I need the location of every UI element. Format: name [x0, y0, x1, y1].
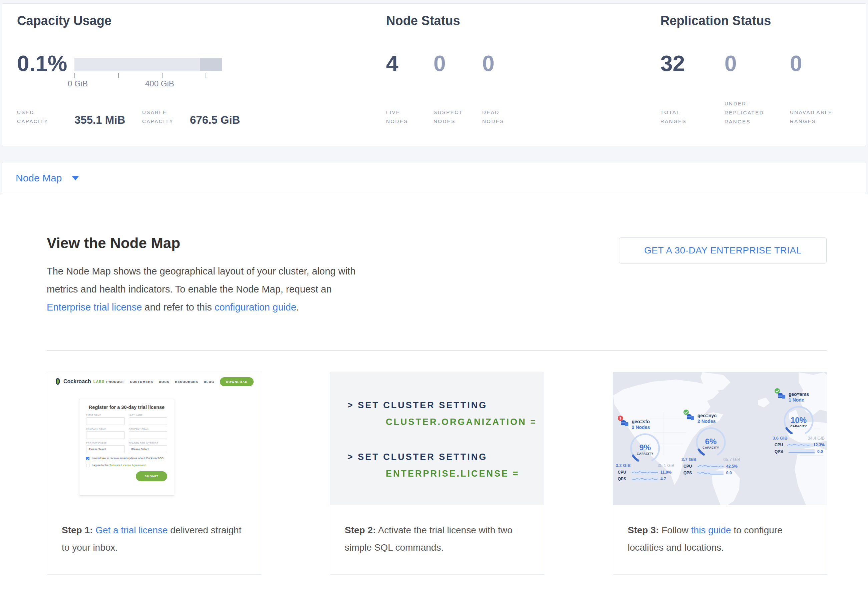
- form-field: COMPANY NAME: [86, 428, 125, 439]
- license-agreement-checkbox[interactable]: [86, 464, 89, 467]
- capacity-percent: 10%: [791, 416, 807, 425]
- step3-label: Step 3:: [628, 525, 659, 535]
- capacity-bar-reserved-segment: [200, 58, 222, 71]
- cluster-title: geo=ams 1 Node: [788, 391, 809, 403]
- capacity-word: CAPACITY: [790, 425, 807, 428]
- qps-sparkline: [788, 449, 815, 454]
- map-cluster-ams: geo=ams 1 Node 10% CAPACITY: [772, 391, 825, 454]
- dead-nodes-value: 0: [482, 52, 495, 74]
- select-value: Please Select: [89, 447, 106, 451]
- terminal-gap: [347, 430, 544, 449]
- capacity-percent: 9%: [639, 443, 651, 452]
- form-field: FIRST NAME: [86, 414, 125, 425]
- form-field: PROJECT PHASE Please Select: [86, 442, 125, 453]
- cluster-header: geo=nyc 2 Nodes: [686, 413, 740, 424]
- sql-setting-line: CLUSTER.ORGANIZATION =: [347, 413, 544, 430]
- capacity-word: CAPACITY: [703, 446, 719, 449]
- cluster-header: 1 geo=sfo 2 Nodes: [620, 419, 675, 430]
- error-count-badge: 1: [618, 416, 623, 421]
- sql-terminal-panel: > SET CLUSTER SETTING CLUSTER.ORGANIZATI…: [330, 372, 544, 505]
- used-capacity-value: 355.1 MiB: [74, 114, 125, 127]
- site-nav-blog[interactable]: BLOG: [204, 380, 214, 384]
- dead-nodes-label: DEAD NODES: [482, 108, 514, 126]
- total-ranges-value: 32: [660, 52, 685, 74]
- cluster-header: geo=ams 1 Node: [777, 391, 825, 403]
- cluster-node-count: 2 Nodes: [632, 425, 650, 430]
- step1-card: Cockroach LABS PRODUCT CUSTOMERS DOCS RE…: [47, 372, 261, 575]
- cluster-node-count: 1 Node: [788, 397, 809, 403]
- unavailable-label: UNAVAILABLE RANGES: [790, 108, 850, 126]
- qps-value: 4.7: [660, 477, 666, 481]
- cpu-value: 11.0%: [660, 470, 672, 475]
- cockroach-labs-logo: Cockroach LABS: [55, 378, 105, 385]
- cpu-row: CPU 11.0%: [616, 470, 675, 475]
- suspect-nodes-label: SUSPECT NODES: [434, 108, 475, 126]
- step2-card: > SET CLUSTER SETTING CLUSTER.ORGANIZATI…: [330, 372, 544, 575]
- site-nav-docs[interactable]: DOCS: [159, 380, 169, 384]
- cpu-value: 12.3%: [813, 443, 825, 447]
- company-email-input[interactable]: [129, 431, 168, 439]
- software-license-agreement-link[interactable]: Software License Agreement.: [109, 464, 146, 467]
- used-gib: 3.7 GiB: [682, 457, 697, 462]
- capacity-tick-label-0: 0 GiB: [68, 79, 88, 88]
- form-fields: FIRST NAME LAST NAME COMPANY NAME COMPAN…: [86, 414, 167, 453]
- form-title: Register for a 30-day trial license: [86, 405, 167, 410]
- qps-row: QPS 0.0: [772, 449, 825, 454]
- cluster-name: geo=sfo: [632, 419, 650, 425]
- step2-label: Step 2:: [345, 525, 376, 535]
- select-value: Please Select: [131, 447, 149, 451]
- node-map-preview: 1 geo=sfo 2 Nodes 9% CAPACITY: [613, 372, 827, 505]
- form-field: REASON FOR INTEREST Please Select: [129, 442, 168, 453]
- last-name-input[interactable]: [129, 417, 168, 425]
- usable-capacity-label: USABLE CAPACITY: [142, 108, 187, 126]
- ring-center: 9% CAPACITY: [629, 432, 661, 464]
- trial-registration-form: Register for a 30-day trial license FIRS…: [79, 399, 174, 496]
- submit-button[interactable]: SUBMIT: [136, 471, 167, 481]
- capacity-usage-title: Capacity Usage: [17, 14, 111, 28]
- qps-row: QPS 4.7: [616, 477, 675, 481]
- email-updates-checkbox[interactable]: [86, 457, 89, 460]
- node-map-dropdown[interactable]: Node Map: [2, 162, 866, 194]
- under-replicated-label: UNDER-REPLICATED RANGES: [725, 99, 778, 126]
- cpu-value: 42.5%: [726, 464, 738, 469]
- site-nav-resources[interactable]: RESOURCES: [175, 380, 198, 384]
- first-name-label: FIRST NAME: [86, 414, 125, 416]
- map-cluster-sfo: 1 geo=sfo 2 Nodes 9% CAPACITY: [616, 419, 675, 481]
- last-name-label: LAST NAME: [129, 414, 168, 416]
- capacity-tick: [162, 73, 162, 78]
- project-phase-label: PROJECT PHASE: [86, 442, 125, 444]
- company-name-input[interactable]: [86, 431, 125, 439]
- cpu-sparkline: [787, 443, 810, 447]
- intro-text: The Node Map shows the geographical layo…: [47, 266, 356, 294]
- company-email-label: COMPANY EMAIL: [129, 428, 168, 430]
- capacity-ring: 9% CAPACITY: [629, 432, 661, 464]
- enterprise-trial-license-link[interactable]: Enterprise trial license: [47, 302, 142, 312]
- total-ranges-label: TOTAL RANGES: [660, 108, 697, 126]
- cpu-label: CPU: [775, 443, 785, 447]
- brand-suffix: LABS: [93, 380, 105, 384]
- email-updates-text: I would like to receive email updates ab…: [92, 456, 164, 460]
- qps-label: QPS: [618, 477, 629, 481]
- site-nav-product[interactable]: PRODUCT: [106, 380, 124, 384]
- site-nav-customers[interactable]: CUSTOMERS: [130, 380, 153, 384]
- db-stack-icon: [777, 391, 786, 400]
- reason-for-interest-select[interactable]: Please Select: [129, 445, 168, 453]
- license-agreement-text: I agree to the Software License Agreemen…: [92, 464, 146, 467]
- form-field: LAST NAME: [129, 414, 168, 425]
- first-name-input[interactable]: [86, 417, 125, 425]
- capacity-tick: [118, 73, 119, 78]
- form-field: COMPANY EMAIL: [129, 428, 168, 439]
- get-trial-license-link[interactable]: Get a trial license: [96, 525, 168, 535]
- sql-command-line: > SET CLUSTER SETTING: [347, 397, 544, 413]
- intro-text: .: [296, 302, 299, 312]
- get-enterprise-trial-button[interactable]: GET A 30-DAY ENTERPRISE TRIAL: [619, 237, 827, 263]
- capacity-percent: 0.1%: [17, 52, 67, 74]
- unavailable-value: 0: [790, 52, 802, 74]
- this-guide-link[interactable]: this guide: [691, 525, 731, 535]
- node-map-intro-section: View the Node Map The Node Map shows the…: [0, 194, 868, 593]
- cpu-sparkline: [632, 470, 658, 475]
- download-button[interactable]: DOWNLOAD: [220, 377, 254, 386]
- configuration-guide-link[interactable]: configuration guide: [215, 302, 296, 312]
- submit-row: SUBMIT: [86, 471, 167, 481]
- project-phase-select[interactable]: Please Select: [86, 445, 125, 453]
